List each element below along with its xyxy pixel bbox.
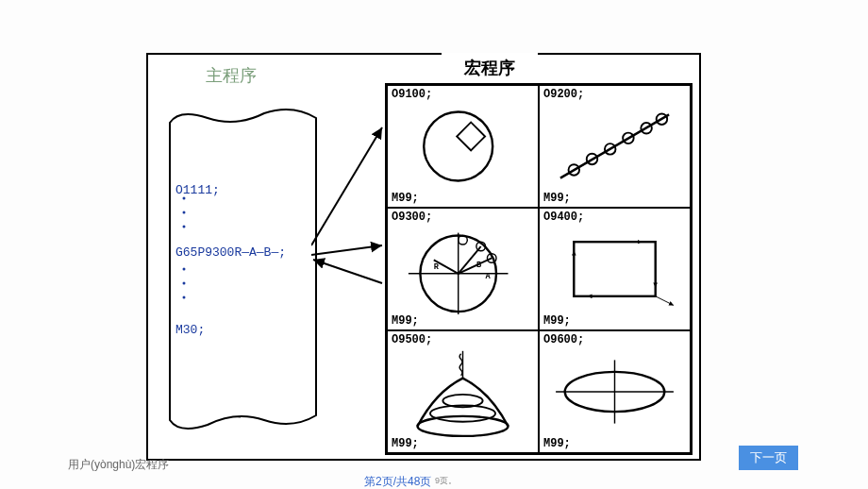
cell-end: M99; [543,192,571,205]
svg-point-5 [183,296,186,299]
cell-prog-num: O9600; [543,333,584,346]
rect-cycle-icon [540,224,690,314]
main-program-scroll [160,104,330,434]
next-page-button[interactable]: 下一页 [739,446,798,470]
cell-prog-num: O9100; [392,88,432,101]
svg-text:A: A [486,272,492,281]
macro-grid: O9100; M99; O9200; M99; O9300; [385,83,693,455]
prog-call-line: G65P9300R—A—B—; [175,245,286,260]
svg-point-9 [424,112,492,181]
macro-cell-9400: O9400; M99; [539,208,691,330]
ellipse-icon [540,346,690,437]
svg-line-35 [656,296,674,306]
macro-cell-9600: O9600; M99; [539,330,691,453]
macro-cell-9300: O9300; R B A M99; [387,208,539,330]
cell-prog-num: O9500; [392,333,432,346]
cell-prog-num: O9300; [392,211,432,224]
svg-line-6 [311,127,382,245]
cell-end: M99; [543,437,571,450]
page-indicator[interactable]: 第2页/共48页 [364,474,431,489]
footer-title: 用户(yònghù)宏程序 [68,457,169,473]
call-arrows [311,123,387,312]
svg-point-3 [183,268,186,271]
prog-number: O1111; [175,183,220,197]
macro-cell-9100: O9100; M99; [387,85,539,208]
cell-end: M99; [392,314,419,328]
svg-line-8 [313,260,382,283]
cell-end: M99; [543,314,571,328]
svg-point-37 [418,416,509,436]
svg-point-1 [183,211,186,214]
prog-end: M30; [175,323,205,337]
cell-end: M99; [392,437,419,450]
line-holes-icon [540,101,690,192]
macro-cell-9500: O9500; M99; [387,330,539,453]
spiral-cone-icon [388,346,538,437]
svg-rect-10 [457,123,485,151]
svg-rect-30 [574,242,655,296]
macro-program-label: 宏程序 [442,53,538,83]
bolt-circle-icon [388,101,538,192]
svg-text:B: B [476,261,481,270]
svg-point-2 [183,226,186,228]
footer-fragment: 9页。 [435,475,457,487]
cell-prog-num: O9400; [543,211,584,224]
svg-point-4 [183,282,186,285]
macro-cell-9200: O9200; M99; [539,85,691,208]
cell-prog-num: O9200; [543,88,584,101]
svg-text:R: R [434,262,440,272]
arc-pattern-icon: R B A [388,224,538,314]
cell-end: M99; [392,192,419,205]
main-program-label: 主程序 [194,60,268,91]
svg-line-7 [311,245,382,255]
